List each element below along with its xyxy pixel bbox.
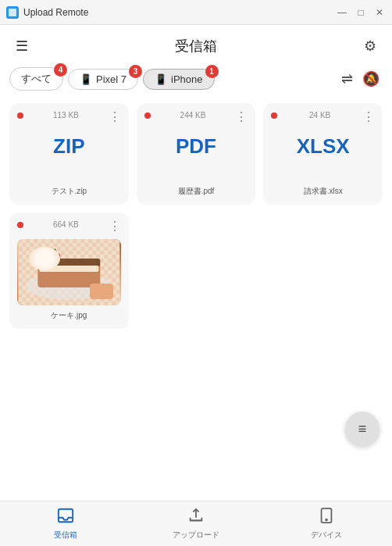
close-button[interactable]: ✕ (373, 6, 386, 19)
status-dot-jpg (17, 222, 23, 228)
tab-iphone[interactable]: 📱 iPhone 1 (143, 69, 214, 90)
device-icon (318, 507, 335, 528)
svg-rect-0 (9, 9, 16, 16)
file-grid: 113 KB ⋮ ZIP テスト.zip 244 KB ⋮ PDF 履歴書.pd… (0, 97, 392, 501)
filter-bar: すべて 4 📱 Pixel 7 3 📱 iPhone 1 ⇌ 🔕 (0, 64, 392, 97)
inbox-icon (57, 507, 74, 528)
pixel7-icon: 📱 (80, 73, 92, 85)
file-type-pdf: PDF (176, 134, 216, 159)
tab-pixel7-label: Pixel 7 (96, 73, 127, 85)
tab-pixel7-badge: 3 (129, 65, 142, 78)
tab-iphone-badge: 1 (205, 65, 219, 78)
title-bar-controls: — □ ✕ (336, 6, 386, 19)
notify-icon: 🔕 (362, 71, 380, 87)
file-card-xlsx: 24 KB ⋮ XLSX 請求書.xlsx (263, 103, 383, 205)
card-top-jpg: 664 KB ⋮ (17, 220, 121, 233)
file-size-jpg: 664 KB (23, 220, 109, 229)
tab-all[interactable]: すべて 4 (9, 67, 63, 91)
file-name-zip: テスト.zip (52, 186, 87, 197)
card-menu-xlsx[interactable]: ⋮ (362, 111, 375, 123)
card-top-zip: 113 KB ⋮ (17, 111, 121, 123)
file-card-pdf: 244 KB ⋮ PDF 履歴書.pdf (137, 103, 256, 205)
fab-icon: ≡ (358, 421, 367, 437)
file-card-zip: 113 KB ⋮ ZIP テスト.zip (9, 103, 129, 205)
tab-pixel7[interactable]: 📱 Pixel 7 3 (68, 69, 138, 90)
svg-point-11 (54, 253, 60, 259)
status-dot-zip (17, 112, 23, 119)
top-header: ☰ 受信箱 ⚙ (0, 25, 392, 64)
file-name-pdf: 履歴書.pdf (178, 186, 215, 197)
upload-icon (187, 507, 205, 528)
tab-all-label: すべて (21, 72, 52, 86)
file-size-pdf: 244 KB (151, 111, 236, 120)
nav-inbox[interactable]: 受信箱 (0, 501, 130, 546)
file-type-xlsx: XLSX (297, 134, 350, 159)
title-bar: Upload Remote — □ ✕ (0, 0, 392, 25)
nav-device[interactable]: デバイス (262, 501, 392, 546)
sort-button[interactable]: ⇌ (338, 69, 356, 89)
menu-button[interactable]: ☰ (12, 34, 31, 58)
filter-actions: ⇌ 🔕 (338, 69, 383, 89)
card-menu-jpg[interactable]: ⋮ (109, 220, 121, 233)
fab-button[interactable]: ≡ (345, 412, 380, 446)
file-name-jpg: ケーキ.jpg (51, 310, 87, 321)
svg-rect-8 (39, 266, 98, 272)
file-name-xlsx: 請求書.xlsx (304, 186, 343, 197)
card-menu-pdf[interactable]: ⋮ (235, 111, 248, 123)
svg-point-9 (47, 252, 59, 264)
iphone-icon: 📱 (155, 73, 167, 85)
card-menu-zip[interactable]: ⋮ (109, 111, 121, 123)
file-type-zip: ZIP (53, 134, 84, 159)
status-dot-xlsx (271, 112, 277, 119)
title-bar-text: Upload Remote (23, 7, 336, 18)
notify-button[interactable]: 🔕 (359, 69, 383, 89)
nav-device-label: デバイス (311, 530, 342, 541)
app-icon (6, 6, 19, 19)
sort-icon: ⇌ (341, 71, 353, 87)
nav-upload[interactable]: アップロード (130, 501, 261, 546)
app-container: ☰ 受信箱 ⚙ すべて 4 📱 Pixel 7 3 📱 iPhone 1 (0, 25, 392, 546)
card-top-xlsx: 24 KB ⋮ (271, 111, 375, 123)
nav-upload-label: アップロード (173, 530, 219, 541)
app-wrapper: ☰ 受信箱 ⚙ すべて 4 📱 Pixel 7 3 📱 iPhone 1 (0, 25, 392, 501)
nav-inbox-label: 受信箱 (54, 530, 77, 541)
tab-all-badge: 4 (54, 63, 67, 77)
tab-iphone-label: iPhone (171, 73, 202, 85)
svg-point-12 (52, 251, 57, 255)
svg-rect-7 (37, 259, 100, 266)
image-thumbnail (17, 239, 121, 305)
minimize-button[interactable]: — (336, 6, 348, 19)
svg-point-16 (326, 519, 327, 521)
file-card-jpg: 664 KB ⋮ (9, 212, 129, 329)
svg-point-10 (48, 251, 55, 259)
page-title: 受信箱 (31, 37, 361, 55)
image-preview-jpg (17, 239, 121, 305)
bottom-nav: 受信箱 アップロード デバイス (0, 501, 392, 546)
card-top-pdf: 244 KB ⋮ (144, 111, 248, 123)
status-dot-pdf (144, 112, 151, 119)
file-size-zip: 113 KB (23, 111, 109, 120)
maximize-button[interactable]: □ (355, 6, 367, 19)
settings-button[interactable]: ⚙ (361, 34, 380, 58)
file-size-xlsx: 24 KB (277, 111, 362, 120)
